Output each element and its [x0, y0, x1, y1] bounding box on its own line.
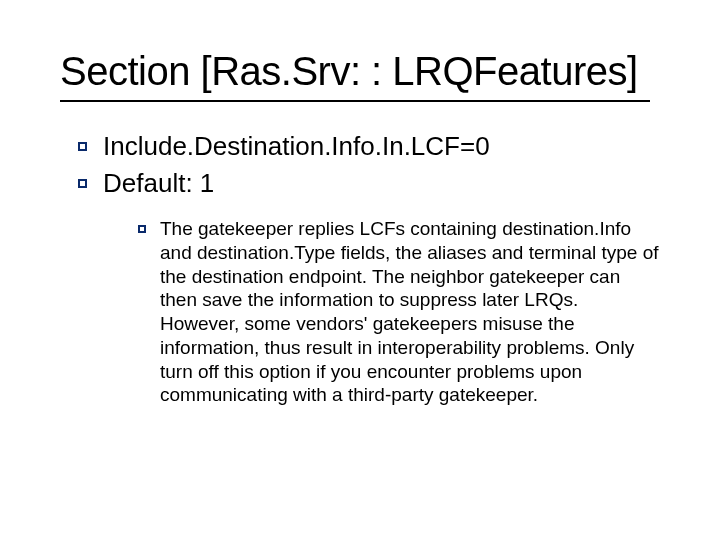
bullet-text: Include.Destination.Info.In.LCF=0	[103, 130, 490, 163]
bullet-list-level2: The gatekeeper replies LCFs containing d…	[138, 217, 684, 407]
list-item: Include.Destination.Info.In.LCF=0	[78, 130, 684, 163]
bullet-text: The gatekeeper replies LCFs containing d…	[160, 217, 660, 407]
slide: Section [Ras.Srv: : LRQFeatures] Include…	[0, 0, 720, 540]
bullet-text: Default: 1	[103, 167, 214, 200]
square-bullet-icon	[138, 225, 146, 233]
title-underline	[60, 100, 650, 102]
bullet-list-level1: Include.Destination.Info.In.LCF=0 Defaul…	[78, 130, 684, 199]
square-bullet-icon	[78, 142, 87, 151]
slide-title: Section [Ras.Srv: : LRQFeatures]	[60, 48, 684, 94]
square-bullet-icon	[78, 179, 87, 188]
list-item: The gatekeeper replies LCFs containing d…	[138, 217, 684, 407]
list-item: Default: 1	[78, 167, 684, 200]
